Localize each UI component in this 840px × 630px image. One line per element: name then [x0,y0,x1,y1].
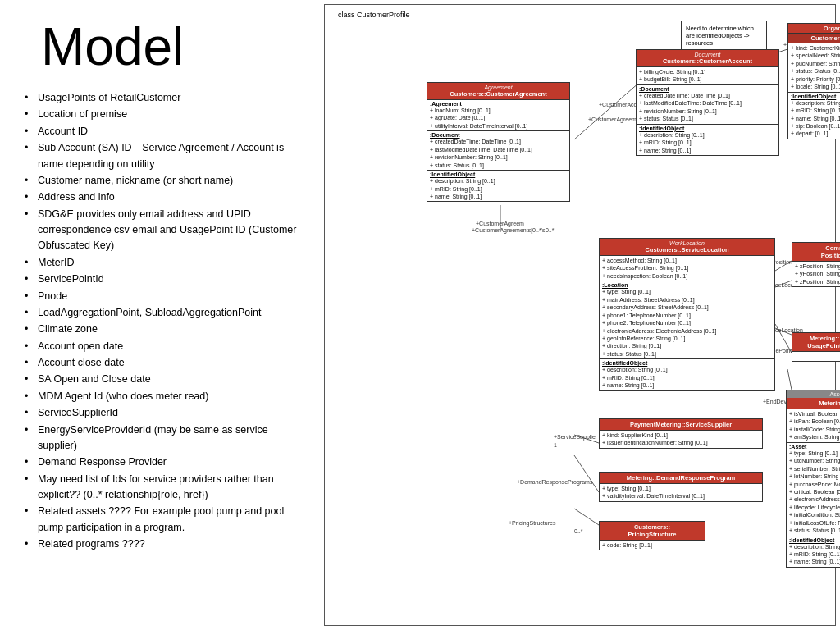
diagram-title: class CustomerProfile [336,11,412,19]
note-box: Need to determine which are IdentifiedOb… [681,21,767,51]
bullet-item: Related programs ???? [25,536,304,552]
note-text: Need to determine which are IdentifiedOb… [686,25,754,47]
bullet-item: EnergyServiceProviderId (may be same as … [25,422,304,454]
position-point-class: Common::PositionPoint + xPosition: Strin… [792,242,840,287]
end-device-class: AssetContainer Metering::EndDevice + isV… [786,390,840,568]
bullet-item: May need list of Ids for service provide… [25,472,304,504]
organisation-role-class: OrganisationRole Customers::Customer (re… [788,23,840,139]
bullet-item: SA Open and Close date [25,372,304,387]
service-location-class: WorkLocation Customers::ServiceLocation … [599,238,775,391]
end-device-header: Metering::EndDevice [787,398,840,409]
service-supplier-class: PaymentMetering::ServiceSupplier + kind:… [599,418,763,449]
service-location-header: WorkLocation Customers::ServiceLocation [600,239,774,255]
pricing-structure-header: Customers::PricingStructure [600,522,705,540]
customer-account-class: Document Customers::CustomerAccount + bi… [636,49,779,156]
bullet-item: Demand Response Provider [25,454,304,470]
bullet-item: SDG&E provides only email address and UP… [25,207,304,254]
usage-point-class: Metering::UsagePoint [792,332,840,362]
bullet-item: Account close date [25,355,304,371]
bullet-item: ServicePointId [25,272,304,287]
bullet-item: Customer name, nickname (or short name) [25,173,304,189]
left-panel: Model UsagePoints of RetailCustomerLocat… [0,0,320,630]
bullet-item: UsagePoints of RetailCustomer [25,90,304,106]
bullet-item: Account open date [25,339,304,354]
bullet-item: MDM Agent Id (who does meter read) [25,389,304,404]
bullet-item: Sub Account (SA) ID—Service Agreement / … [25,140,304,172]
bullet-item: LoadAggregationPoint, SubloadAggregation… [25,305,304,321]
customer-agreement-header: Agreement Customers::CustomerAgreement [427,83,569,99]
pricing-structure-class: Customers::PricingStructure + code: Stri… [599,521,705,550]
bullet-item: Location of premise [25,107,304,122]
bullet-item: ServiceSupplierId [25,405,304,421]
customer-account-header: Document Customers::CustomerAccount [637,50,778,66]
bullet-item: Account ID [25,124,304,139]
position-point-header: Common::PositionPoint [792,243,840,261]
demand-response-header: Metering::DemandResponseProgram [600,472,762,483]
bullet-item: Related assets ???? For example pool pum… [25,504,304,536]
diagram-panel: class CustomerProfile +CustomerAccount 0… [320,0,840,630]
diagram-container: class CustomerProfile +CustomerAccount 0… [320,0,840,630]
service-supplier-header: PaymentMetering::ServiceSupplier [600,419,762,430]
bullet-item: MeterID [25,255,304,271]
bullet-list: UsagePoints of RetailCustomerLocation of… [25,90,304,553]
bullet-item: Pnode [25,289,304,304]
bullet-item: Climate zone [25,322,304,337]
demand-response-program-class: Metering::DemandResponseProgram + type: … [599,472,763,502]
usage-point-header: Metering::UsagePoint [792,333,840,351]
customer-agreement-class: Agreement Customers::CustomerAgreement :… [427,82,570,202]
bullet-item: Address and info [25,189,304,205]
page-title: Model [41,16,304,77]
